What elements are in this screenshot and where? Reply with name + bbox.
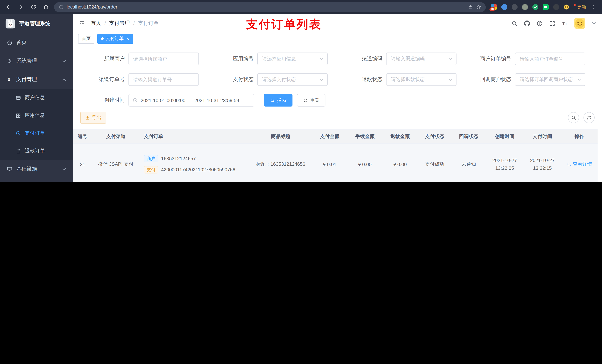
search-icon bbox=[571, 115, 576, 120]
address-bar[interactable]: localhost:1024/pay/order bbox=[54, 2, 486, 12]
avatar-caret-icon[interactable] bbox=[592, 21, 596, 26]
card-icon bbox=[16, 95, 21, 100]
browser-extensions: 10 更新 bbox=[491, 4, 597, 10]
extension-gray-icon[interactable] bbox=[522, 4, 528, 10]
extension-pin-icon[interactable] bbox=[553, 4, 559, 10]
fullscreen-icon[interactable] bbox=[549, 20, 555, 26]
col-pay-time: 支付时间 bbox=[524, 133, 561, 140]
sidebar-item-merchant-info[interactable]: 商户信息 bbox=[0, 89, 73, 106]
reload-icon[interactable] bbox=[30, 4, 36, 10]
top-navbar: 首页 / 支付管理 / 支付订单 支付订单列表 bbox=[73, 14, 602, 32]
col-pay-order: 支付订单 bbox=[138, 130, 249, 143]
sidebar-item-infrastructure[interactable]: 基础设施 bbox=[0, 160, 73, 178]
sidebar-item-dev-tools[interactable]: 研发工具 bbox=[0, 178, 73, 182]
extension-dark-icon[interactable] bbox=[512, 4, 517, 10]
merchant-input[interactable] bbox=[129, 52, 199, 65]
cell-title: 标题：1635312124656 bbox=[249, 161, 312, 167]
sidebar-item-system[interactable]: 系统管理 bbox=[0, 52, 73, 70]
breadcrumb-home[interactable]: 首页 bbox=[91, 20, 101, 27]
date-start-value[interactable]: 2021-10-01 00:00:00 bbox=[141, 97, 185, 103]
filter-app-id: 应用编号 请选择应用信息 bbox=[209, 52, 328, 65]
font-size-icon[interactable] bbox=[562, 20, 568, 26]
refresh-table-button[interactable] bbox=[583, 112, 595, 123]
page-content: 所属商户 应用编号 请选择应用信息 渠道编码 请输入渠道编码 bbox=[73, 45, 602, 182]
filter-channel-order-no: 渠道订单号 bbox=[80, 73, 199, 86]
cell-status: 支付成功 bbox=[418, 161, 452, 167]
browser-update-button[interactable]: 更新 bbox=[574, 4, 586, 10]
sidebar-item-refund-order[interactable]: 退款订单 bbox=[0, 142, 73, 160]
channel-order-no-input[interactable] bbox=[129, 73, 199, 86]
gear-icon bbox=[7, 58, 13, 64]
share-icon[interactable] bbox=[468, 4, 473, 10]
app-title: 芋道管理系统 bbox=[19, 20, 50, 27]
url-text[interactable]: localhost:1024/pay/order bbox=[67, 4, 465, 10]
refund-status-select[interactable]: 请选择退款状态 bbox=[386, 73, 456, 86]
view-detail-link[interactable]: 查看详情 bbox=[567, 161, 592, 167]
filter-label: 回调商户状态 bbox=[467, 76, 515, 83]
refresh-icon bbox=[303, 98, 308, 103]
page-annotation: 支付订单列表 bbox=[246, 17, 322, 32]
update-label: 更新 bbox=[577, 4, 586, 10]
date-range-picker[interactable]: 2021-10-01 00:00:00 - 2021-10-31 23:59:5… bbox=[129, 94, 254, 106]
breadcrumb-separator: / bbox=[104, 20, 106, 26]
close-tab-icon[interactable] bbox=[126, 37, 129, 41]
pay-date: 2021-10-27 bbox=[524, 156, 561, 164]
sidebar-item-label: 支付管理 bbox=[16, 76, 58, 83]
active-tab-dot bbox=[101, 37, 104, 40]
notify-status-select[interactable]: 请选择订单回调商户状态 bbox=[515, 73, 585, 86]
cell-fee: ¥ 0.00 bbox=[347, 161, 382, 167]
extension-grid-icon[interactable]: 10 bbox=[491, 4, 497, 10]
extension-blue-icon[interactable] bbox=[501, 4, 507, 10]
filter-pay-status: 支付状态 请选择支付状态 bbox=[209, 73, 328, 86]
bookmark-star-icon[interactable] bbox=[476, 4, 481, 10]
filter-label: 渠道编码 bbox=[338, 55, 386, 62]
sidebar-fold-icon[interactable] bbox=[79, 20, 86, 27]
table-row: 21 微信 JSAPI 支付 商户 1635312124657 支付 42000… bbox=[73, 144, 598, 182]
back-icon[interactable] bbox=[5, 4, 11, 10]
sidebar-item-app-info[interactable]: 应用信息 bbox=[0, 106, 73, 124]
emoji-extension-icon[interactable] bbox=[563, 4, 570, 10]
tab-pay-order[interactable]: 支付订单 bbox=[97, 34, 133, 43]
merchant-order-line: 商户 1635312124657 bbox=[144, 155, 196, 162]
github-icon[interactable] bbox=[524, 20, 530, 26]
sidebar-item-label: 基础设施 bbox=[16, 166, 58, 172]
payment-submenu: 商户信息 应用信息 支付订单 退款订单 bbox=[0, 89, 73, 160]
wechat-icon[interactable] bbox=[543, 4, 549, 10]
export-button[interactable]: 导出 bbox=[80, 112, 106, 124]
navbar-actions bbox=[511, 18, 596, 29]
filter-channel-code: 渠道编码 请输入渠道编码 bbox=[338, 52, 456, 65]
reset-button[interactable]: 重置 bbox=[297, 94, 325, 106]
browser-menu-icon[interactable] bbox=[591, 4, 597, 10]
cell-id: 21 bbox=[73, 161, 94, 167]
merchant-order-no-input[interactable] bbox=[515, 52, 585, 65]
date-separator: - bbox=[188, 97, 191, 103]
search-icon bbox=[567, 162, 571, 166]
search-icon[interactable] bbox=[511, 20, 517, 26]
date-end-value[interactable]: 2021-10-31 23:59:59 bbox=[194, 97, 239, 103]
sidebar-item-pay-order[interactable]: 支付订单 bbox=[0, 124, 73, 142]
pay-status-select[interactable]: 请选择支付状态 bbox=[257, 73, 328, 86]
cell-notify: 未通知 bbox=[452, 161, 486, 167]
hide-search-button[interactable] bbox=[568, 112, 579, 123]
tags-view-bar: 首页 支付订单 bbox=[73, 32, 602, 45]
user-avatar[interactable] bbox=[574, 18, 585, 29]
search-button-label: 搜索 bbox=[277, 97, 287, 104]
help-icon[interactable] bbox=[537, 20, 543, 26]
forward-icon[interactable] bbox=[18, 4, 24, 10]
channel-code-select[interactable]: 请输入渠道编码 bbox=[386, 52, 456, 65]
search-button[interactable]: 搜索 bbox=[264, 94, 292, 106]
breadcrumb-payment[interactable]: 支付管理 bbox=[109, 20, 130, 27]
home-icon[interactable] bbox=[43, 4, 49, 10]
chevron-down-icon bbox=[448, 77, 452, 82]
extension-green-check-icon[interactable] bbox=[532, 4, 538, 10]
app-id-select[interactable]: 请选择应用信息 bbox=[257, 52, 328, 65]
target-icon bbox=[16, 130, 21, 136]
sidebar-item-payment[interactable]: 支付管理 bbox=[0, 70, 73, 89]
chevron-down-icon bbox=[577, 77, 581, 82]
site-info-icon[interactable] bbox=[58, 4, 64, 10]
monitor-icon bbox=[7, 166, 13, 172]
col-create-time: 创建时间 bbox=[486, 133, 524, 140]
table-header: 编号 支付渠道 支付订单 商品标题 支付金额 手续金额 退款金额 支付状态 回调… bbox=[73, 129, 598, 144]
tab-home[interactable]: 首页 bbox=[78, 34, 94, 43]
sidebar-item-home[interactable]: 首页 bbox=[0, 33, 73, 52]
